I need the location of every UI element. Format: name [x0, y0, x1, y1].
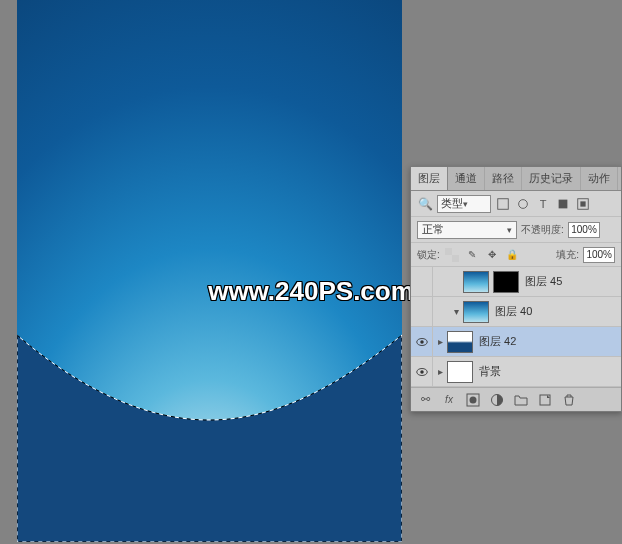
fill-input[interactable]: 100% — [583, 247, 615, 263]
svg-rect-8 — [452, 255, 459, 262]
fill-label: 填充: — [556, 248, 579, 262]
layer-thumbnail[interactable] — [463, 271, 489, 293]
layer-row[interactable]: 图层 45 — [411, 267, 621, 297]
group-icon[interactable] — [513, 392, 529, 408]
link-icon[interactable]: ⚯ — [417, 392, 433, 408]
panel-bottom-bar: ⚯ fx — [411, 387, 621, 411]
filter-smart-icon[interactable] — [575, 196, 591, 212]
lock-transparent-icon[interactable] — [444, 247, 460, 263]
layer-arrow-icon[interactable]: ▸ — [435, 366, 445, 377]
blend-mode-value: 正常 — [422, 222, 444, 237]
search-icon[interactable]: 🔍 — [417, 196, 433, 212]
visibility-toggle[interactable] — [411, 297, 433, 326]
watermark-text: www.240PS.com — [208, 276, 414, 307]
layer-name[interactable]: 图层 40 — [495, 304, 532, 319]
lock-label: 锁定: — [417, 248, 440, 262]
layer-arrow-icon[interactable]: ▸ — [435, 336, 445, 347]
new-layer-icon[interactable] — [537, 392, 553, 408]
layer-thumbnail[interactable] — [447, 361, 473, 383]
tab-layers[interactable]: 图层 — [411, 167, 448, 190]
filter-shape-icon[interactable] — [555, 196, 571, 212]
layer-arrow-icon[interactable]: ▾ — [451, 306, 461, 317]
layer-row[interactable]: ▸ 背景 — [411, 357, 621, 387]
layer-thumbnail[interactable] — [463, 301, 489, 323]
svg-rect-1 — [498, 198, 509, 209]
layer-row[interactable]: ▸ 图层 42 — [411, 327, 621, 357]
lock-position-icon[interactable]: ✥ — [484, 247, 500, 263]
blend-mode-select[interactable]: 正常 ▾ — [417, 221, 517, 239]
mask-icon[interactable] — [465, 392, 481, 408]
layer-mask-thumbnail[interactable] — [493, 271, 519, 293]
tab-channels[interactable]: 通道 — [448, 167, 485, 190]
eye-icon — [415, 365, 429, 379]
eye-icon — [415, 335, 429, 349]
visibility-toggle[interactable] — [411, 267, 433, 296]
filter-row: 🔍 类型 ▾ T — [411, 191, 621, 217]
fx-icon[interactable]: fx — [441, 392, 457, 408]
visibility-toggle[interactable] — [411, 327, 433, 356]
layers-panel: 图层 通道 路径 历史记录 动作 🔍 类型 ▾ T 正常 ▾ 不透明度: 100… — [410, 166, 622, 412]
layer-thumbnail[interactable] — [447, 331, 473, 353]
svg-rect-3 — [559, 199, 568, 208]
filter-type-icon[interactable]: T — [535, 196, 551, 212]
sky-layer — [17, 0, 402, 542]
tab-actions[interactable]: 动作 — [581, 167, 618, 190]
filter-label: 类型 — [441, 196, 463, 211]
tab-paths[interactable]: 路径 — [485, 167, 522, 190]
opacity-input[interactable]: 100% — [568, 222, 600, 238]
tab-history[interactable]: 历史记录 — [522, 167, 581, 190]
chevron-down-icon: ▾ — [507, 225, 512, 235]
svg-point-10 — [420, 340, 424, 344]
chevron-down-icon: ▾ — [463, 199, 468, 209]
lock-image-icon[interactable]: ✎ — [464, 247, 480, 263]
svg-rect-0 — [17, 0, 402, 542]
blend-row: 正常 ▾ 不透明度: 100% — [411, 217, 621, 243]
fill-adj-icon[interactable] — [489, 392, 505, 408]
lock-row: 锁定: ✎ ✥ 🔒 填充: 100% — [411, 243, 621, 267]
layer-row[interactable]: ▾ 图层 40 — [411, 297, 621, 327]
lock-all-icon[interactable]: 🔒 — [504, 247, 520, 263]
layer-name[interactable]: 图层 42 — [479, 334, 516, 349]
layer-filter-select[interactable]: 类型 ▾ — [437, 195, 491, 213]
document-canvas[interactable] — [17, 0, 402, 542]
svg-point-14 — [470, 396, 477, 403]
layers-list: 图层 45 ▾ 图层 40 ▸ 图层 42 ▸ 背景 — [411, 267, 621, 387]
layer-name[interactable]: 图层 45 — [525, 274, 562, 289]
visibility-toggle[interactable] — [411, 357, 433, 386]
panel-tabs: 图层 通道 路径 历史记录 动作 — [411, 167, 621, 191]
svg-rect-7 — [445, 248, 452, 255]
opacity-label: 不透明度: — [521, 223, 564, 237]
svg-point-12 — [420, 370, 424, 374]
filter-adjust-icon[interactable] — [515, 196, 531, 212]
svg-rect-5 — [580, 201, 585, 206]
trash-icon[interactable] — [561, 392, 577, 408]
layer-name[interactable]: 背景 — [479, 364, 501, 379]
filter-pixel-icon[interactable] — [495, 196, 511, 212]
svg-point-2 — [519, 199, 528, 208]
